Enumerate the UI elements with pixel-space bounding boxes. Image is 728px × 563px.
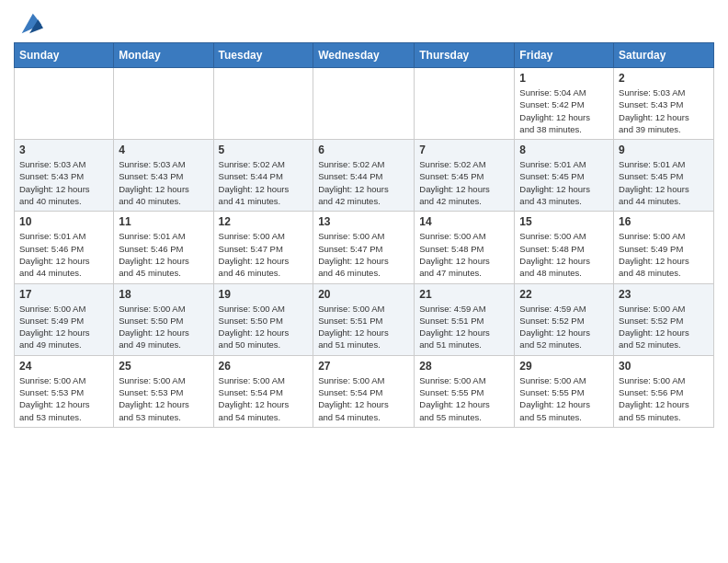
day-info: Sunrise: 5:00 AMSunset: 5:54 PMDaylight:… [318, 374, 409, 423]
day-number: 24 [19, 360, 108, 373]
calendar-cell: 2Sunrise: 5:03 AMSunset: 5:43 PMDaylight… [614, 68, 714, 140]
calendar-cell [15, 68, 114, 140]
day-info: Sunrise: 5:00 AMSunset: 5:50 PMDaylight:… [219, 303, 309, 351]
weekday-header-row: SundayMondayTuesdayWednesdayThursdayFrid… [15, 43, 714, 68]
calendar-cell: 20Sunrise: 5:00 AMSunset: 5:51 PMDayligh… [313, 283, 415, 355]
day-number: 27 [318, 360, 409, 373]
day-info: Sunrise: 5:00 AMSunset: 5:48 PMDaylight:… [519, 230, 609, 279]
day-number: 13 [318, 215, 409, 228]
day-number: 17 [19, 288, 108, 301]
day-number: 21 [419, 288, 509, 301]
day-number: 18 [119, 288, 208, 301]
calendar-cell: 29Sunrise: 5:00 AMSunset: 5:55 PMDayligh… [515, 355, 614, 427]
calendar-cell: 3Sunrise: 5:03 AMSunset: 5:43 PMDaylight… [15, 140, 114, 212]
day-info: Sunrise: 5:03 AMSunset: 5:43 PMDaylight:… [19, 158, 108, 207]
weekday-header-saturday: Saturday [614, 43, 714, 68]
day-number: 22 [519, 288, 609, 301]
logo-area [14, 9, 43, 35]
day-info: Sunrise: 5:02 AMSunset: 5:44 PMDaylight:… [219, 158, 309, 207]
logo-icon [17, 9, 43, 35]
weekday-header-tuesday: Tuesday [213, 43, 313, 68]
page: SundayMondayTuesdayWednesdayThursdayFrid… [0, 0, 728, 442]
day-number: 4 [119, 144, 208, 156]
day-info: Sunrise: 5:03 AMSunset: 5:43 PMDaylight:… [619, 86, 709, 135]
day-info: Sunrise: 5:00 AMSunset: 5:49 PMDaylight:… [619, 230, 709, 279]
calendar-week-3: 10Sunrise: 5:01 AMSunset: 5:46 PMDayligh… [15, 212, 714, 283]
calendar-cell: 13Sunrise: 5:00 AMSunset: 5:47 PMDayligh… [313, 212, 415, 283]
calendar-cell: 7Sunrise: 5:02 AMSunset: 5:45 PMDaylight… [415, 140, 515, 212]
weekday-header-sunday: Sunday [15, 43, 114, 68]
day-info: Sunrise: 5:01 AMSunset: 5:46 PMDaylight:… [19, 230, 108, 279]
day-info: Sunrise: 5:03 AMSunset: 5:43 PMDaylight:… [119, 158, 208, 207]
weekday-header-monday: Monday [114, 43, 213, 68]
calendar-cell: 12Sunrise: 5:00 AMSunset: 5:47 PMDayligh… [213, 212, 313, 283]
day-info: Sunrise: 4:59 AMSunset: 5:51 PMDaylight:… [419, 303, 509, 351]
day-number: 26 [219, 360, 309, 373]
day-info: Sunrise: 5:02 AMSunset: 5:45 PMDaylight:… [419, 158, 509, 207]
calendar-cell: 18Sunrise: 5:00 AMSunset: 5:50 PMDayligh… [114, 283, 213, 355]
calendar-cell: 24Sunrise: 5:00 AMSunset: 5:53 PMDayligh… [15, 355, 114, 427]
header [14, 9, 714, 35]
day-number: 9 [619, 144, 709, 156]
day-info: Sunrise: 5:01 AMSunset: 5:45 PMDaylight:… [519, 158, 609, 207]
calendar-body: 1Sunrise: 5:04 AMSunset: 5:42 PMDaylight… [15, 68, 714, 428]
calendar-cell [213, 68, 313, 140]
day-number: 7 [419, 144, 509, 156]
calendar-table: SundayMondayTuesdayWednesdayThursdayFrid… [14, 42, 714, 428]
calendar-cell: 4Sunrise: 5:03 AMSunset: 5:43 PMDaylight… [114, 140, 213, 212]
day-info: Sunrise: 5:00 AMSunset: 5:48 PMDaylight:… [419, 230, 509, 279]
day-info: Sunrise: 5:02 AMSunset: 5:44 PMDaylight:… [318, 158, 409, 207]
calendar-cell: 8Sunrise: 5:01 AMSunset: 5:45 PMDaylight… [515, 140, 614, 212]
day-number: 2 [619, 72, 709, 85]
calendar-cell: 17Sunrise: 5:00 AMSunset: 5:49 PMDayligh… [15, 283, 114, 355]
calendar-cell: 30Sunrise: 5:00 AMSunset: 5:56 PMDayligh… [614, 355, 714, 427]
day-number: 15 [519, 215, 609, 228]
day-info: Sunrise: 5:00 AMSunset: 5:55 PMDaylight:… [519, 374, 609, 423]
day-number: 16 [619, 215, 709, 228]
calendar-cell [415, 68, 515, 140]
calendar-cell: 14Sunrise: 5:00 AMSunset: 5:48 PMDayligh… [415, 212, 515, 283]
day-number: 25 [119, 360, 208, 373]
calendar-cell: 26Sunrise: 5:00 AMSunset: 5:54 PMDayligh… [213, 355, 313, 427]
calendar-cell: 5Sunrise: 5:02 AMSunset: 5:44 PMDaylight… [213, 140, 313, 212]
calendar-cell: 15Sunrise: 5:00 AMSunset: 5:48 PMDayligh… [515, 212, 614, 283]
calendar-cell: 10Sunrise: 5:01 AMSunset: 5:46 PMDayligh… [15, 212, 114, 283]
calendar-cell: 21Sunrise: 4:59 AMSunset: 5:51 PMDayligh… [415, 283, 515, 355]
calendar-cell: 6Sunrise: 5:02 AMSunset: 5:44 PMDaylight… [313, 140, 415, 212]
calendar-week-1: 1Sunrise: 5:04 AMSunset: 5:42 PMDaylight… [15, 68, 714, 140]
day-info: Sunrise: 5:01 AMSunset: 5:45 PMDaylight:… [619, 158, 709, 207]
day-info: Sunrise: 5:00 AMSunset: 5:51 PMDaylight:… [318, 303, 409, 351]
calendar-cell: 28Sunrise: 5:00 AMSunset: 5:55 PMDayligh… [415, 355, 515, 427]
weekday-header-wednesday: Wednesday [313, 43, 415, 68]
day-info: Sunrise: 5:04 AMSunset: 5:42 PMDaylight:… [519, 86, 609, 135]
day-number: 23 [619, 288, 709, 301]
calendar-cell [114, 68, 213, 140]
day-info: Sunrise: 5:00 AMSunset: 5:53 PMDaylight:… [19, 374, 108, 423]
day-info: Sunrise: 5:00 AMSunset: 5:53 PMDaylight:… [119, 374, 208, 423]
day-number: 5 [219, 144, 309, 156]
weekday-header-thursday: Thursday [415, 43, 515, 68]
day-number: 19 [219, 288, 309, 301]
calendar-cell: 25Sunrise: 5:00 AMSunset: 5:53 PMDayligh… [114, 355, 213, 427]
day-number: 14 [419, 215, 509, 228]
day-number: 12 [219, 215, 309, 228]
day-info: Sunrise: 5:00 AMSunset: 5:52 PMDaylight:… [619, 303, 709, 351]
day-info: Sunrise: 5:01 AMSunset: 5:46 PMDaylight:… [119, 230, 208, 279]
calendar-cell: 23Sunrise: 5:00 AMSunset: 5:52 PMDayligh… [614, 283, 714, 355]
day-number: 28 [419, 360, 509, 373]
calendar-cell: 22Sunrise: 4:59 AMSunset: 5:52 PMDayligh… [515, 283, 614, 355]
calendar-cell: 1Sunrise: 5:04 AMSunset: 5:42 PMDaylight… [515, 68, 614, 140]
calendar-week-5: 24Sunrise: 5:00 AMSunset: 5:53 PMDayligh… [15, 355, 714, 427]
calendar-cell: 27Sunrise: 5:00 AMSunset: 5:54 PMDayligh… [313, 355, 415, 427]
calendar-cell: 19Sunrise: 5:00 AMSunset: 5:50 PMDayligh… [213, 283, 313, 355]
day-number: 11 [119, 215, 208, 228]
day-info: Sunrise: 5:00 AMSunset: 5:49 PMDaylight:… [19, 303, 108, 351]
day-info: Sunrise: 5:00 AMSunset: 5:54 PMDaylight:… [219, 374, 309, 423]
calendar-cell: 16Sunrise: 5:00 AMSunset: 5:49 PMDayligh… [614, 212, 714, 283]
day-info: Sunrise: 5:00 AMSunset: 5:55 PMDaylight:… [419, 374, 509, 423]
day-info: Sunrise: 4:59 AMSunset: 5:52 PMDaylight:… [519, 303, 609, 351]
day-number: 8 [519, 144, 609, 156]
day-info: Sunrise: 5:00 AMSunset: 5:56 PMDaylight:… [619, 374, 709, 423]
day-info: Sunrise: 5:00 AMSunset: 5:47 PMDaylight:… [318, 230, 409, 279]
day-info: Sunrise: 5:00 AMSunset: 5:47 PMDaylight:… [219, 230, 309, 279]
